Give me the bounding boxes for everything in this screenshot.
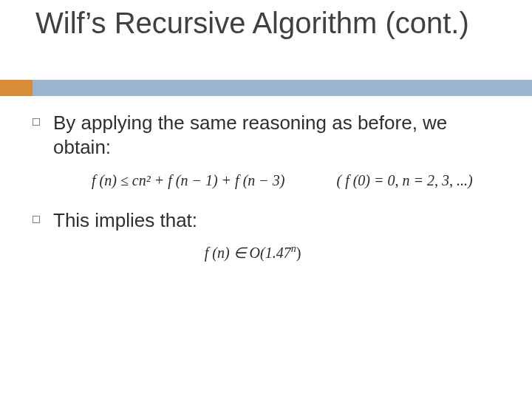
formula-complexity-suffix: ) (296, 244, 301, 260)
accent-bar-orange (0, 80, 33, 96)
slide: Wilf’s Recursive Algorithm (cont.) By ap… (0, 0, 532, 399)
formula-side-condition: ( f (0) = 0, n = 2, 3, ...) (336, 172, 472, 189)
bullet-square-icon (33, 118, 40, 126)
formula-complexity-exponent: n (291, 243, 296, 254)
bullet-text: By applying the same reasoning as before… (53, 111, 502, 159)
bullet-item: By applying the same reasoning as before… (33, 111, 502, 159)
formula-recurrence-row: f (n) ≤ cn² + f (n − 1) + f (n − 3) ( f … (33, 172, 502, 189)
formula-recurrence: f (n) ≤ cn² + f (n − 1) + f (n − 3) (92, 172, 284, 189)
bullet-square-icon (33, 216, 40, 223)
accent-bar (0, 80, 532, 96)
slide-title: Wilf’s Recursive Algorithm (cont.) (35, 6, 502, 40)
formula-complexity-row: f (n) ∈ O(1.47n) (33, 243, 502, 262)
formula-complexity: f (n) ∈ O(1.47n) (205, 243, 301, 262)
bullet-text: This implies that: (53, 208, 197, 233)
slide-body: By applying the same reasoning as before… (33, 111, 502, 261)
bullet-item: This implies that: (33, 208, 502, 233)
formula-complexity-prefix: f (n) ∈ O(1.47 (205, 244, 291, 260)
